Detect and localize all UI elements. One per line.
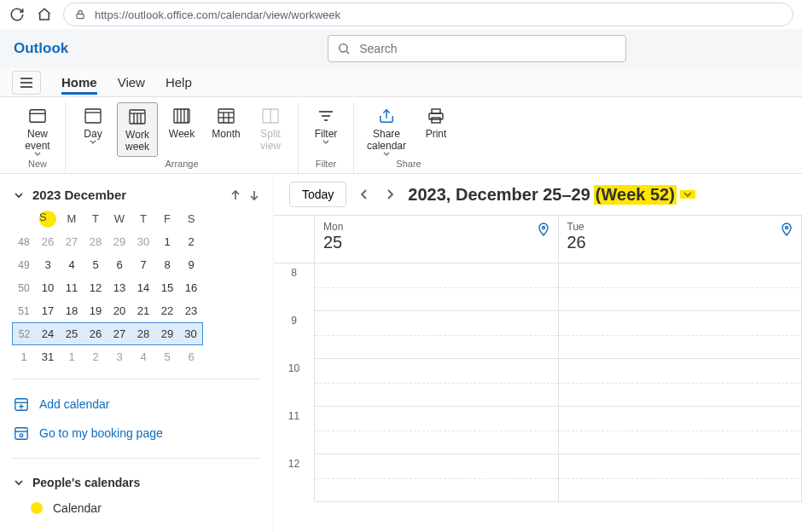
minical-week-number[interactable]: 48 — [12, 230, 36, 253]
calendar-list-item[interactable]: Calendar — [12, 496, 261, 520]
minical-week-number[interactable]: 52 — [12, 322, 36, 345]
minical-day[interactable]: 19 — [84, 299, 108, 322]
minical-day[interactable]: 2 — [84, 345, 108, 368]
chevron-down-icon[interactable] — [14, 191, 24, 200]
new-event-button[interactable]: New event — [17, 102, 58, 157]
tab-home[interactable]: Home — [61, 70, 97, 95]
splitview-button[interactable]: Split view — [250, 102, 291, 157]
minical-day[interactable]: 4 — [60, 253, 84, 276]
time-slot[interactable] — [315, 311, 559, 359]
minical-day[interactable]: 30 — [179, 322, 203, 345]
minical-week-number[interactable]: 1 — [12, 345, 36, 368]
week-button[interactable]: Week — [161, 102, 202, 157]
arrow-down-icon[interactable] — [249, 189, 259, 201]
hamburger-button[interactable] — [12, 71, 41, 95]
time-slot[interactable] — [315, 359, 559, 407]
filter-button[interactable]: Filter — [305, 102, 346, 157]
minical-day[interactable]: 7 — [131, 253, 155, 276]
arrow-up-icon[interactable] — [230, 189, 241, 201]
hour-label: 12 — [274, 454, 315, 502]
minical-day[interactable]: 3 — [36, 253, 60, 276]
minical-day[interactable]: 17 — [36, 299, 60, 322]
minical-day[interactable]: 16 — [179, 276, 203, 299]
minical-day[interactable]: 25 — [60, 322, 84, 345]
time-slot[interactable] — [559, 407, 803, 454]
minical-day[interactable]: 13 — [108, 276, 131, 299]
location-icon[interactable] — [781, 223, 793, 236]
minical-day[interactable]: 27 — [60, 230, 84, 253]
minical-day[interactable]: 24 — [36, 322, 60, 345]
url-text: https://outlook.office.com/calendar/view… — [95, 9, 340, 21]
minical-day[interactable]: 1 — [60, 345, 84, 368]
peoples-calendars-section[interactable]: People's calendars — [12, 469, 261, 496]
tab-view[interactable]: View — [118, 70, 145, 95]
minical-day[interactable]: 2 — [179, 230, 203, 253]
minical-day[interactable]: 15 — [155, 276, 179, 299]
day-button[interactable]: Day — [73, 102, 113, 157]
minical-week-number[interactable]: 50 — [12, 276, 36, 299]
minical-day[interactable]: 31 — [36, 345, 60, 368]
minical-day[interactable]: 30 — [131, 230, 155, 253]
minical-day[interactable]: 9 — [179, 253, 203, 276]
sharecalendar-button[interactable]: Share calendar — [361, 102, 412, 157]
minical-day[interactable]: 18 — [60, 299, 84, 322]
hour-row: 9 — [274, 311, 802, 359]
workweek-button[interactable]: Work week — [117, 102, 158, 157]
home-icon[interactable] — [36, 6, 53, 23]
location-icon[interactable] — [538, 223, 549, 236]
minical-day[interactable]: 12 — [84, 276, 108, 299]
minical-day[interactable]: 1 — [155, 230, 179, 253]
minical-day[interactable]: 3 — [108, 345, 131, 368]
tab-help[interactable]: Help — [166, 70, 192, 95]
minical-day[interactable]: 11 — [60, 276, 84, 299]
minical-day[interactable]: 5 — [155, 345, 179, 368]
minical-day[interactable]: 14 — [131, 276, 155, 299]
minical-week-number[interactable]: 51 — [12, 299, 36, 322]
search-input[interactable] — [357, 41, 617, 56]
minical-day[interactable]: 6 — [108, 253, 131, 276]
minical-day[interactable]: 4 — [131, 345, 155, 368]
minical-day[interactable]: 26 — [36, 230, 60, 253]
brand[interactable]: Outlook — [14, 40, 68, 57]
minical-title[interactable]: 2023 December — [32, 188, 222, 202]
day-header-tue[interactable]: Tue 26 — [559, 216, 803, 263]
minical-day[interactable]: 29 — [155, 322, 179, 345]
minical-day[interactable]: 10 — [36, 276, 60, 299]
minical-week-number[interactable]: 49 — [12, 253, 36, 276]
time-slot[interactable] — [315, 407, 559, 454]
minical-day[interactable]: 29 — [108, 230, 131, 253]
date-range[interactable]: 2023, December 25–29 (Week 52) — [408, 185, 695, 205]
time-slot[interactable] — [315, 263, 559, 311]
url-bar[interactable]: https://outlook.office.com/calendar/view… — [63, 3, 793, 26]
search-box[interactable] — [328, 35, 626, 62]
add-calendar-link[interactable]: Add calendar — [12, 390, 261, 419]
grid-body[interactable]: 89101112 — [274, 263, 802, 532]
minical-day[interactable]: 5 — [84, 253, 108, 276]
chevron-right-icon[interactable] — [386, 188, 394, 200]
minical-day[interactable]: 20 — [108, 299, 131, 322]
mini-calendar[interactable]: SMTWTFS482627282930124934567895010111213… — [12, 207, 261, 368]
minical-day[interactable]: 22 — [155, 299, 179, 322]
time-slot[interactable] — [559, 311, 803, 359]
minical-day[interactable]: 6 — [179, 345, 203, 368]
minical-day[interactable]: 23 — [179, 299, 203, 322]
time-slot[interactable] — [559, 454, 803, 502]
refresh-icon[interactable] — [9, 6, 26, 23]
month-button[interactable]: Month — [206, 102, 247, 157]
time-slot[interactable] — [315, 454, 559, 502]
print-button[interactable]: Print — [416, 102, 456, 157]
minical-day[interactable]: 21 — [131, 299, 155, 322]
svg-rect-5 — [30, 110, 45, 123]
minical-day[interactable]: 28 — [84, 230, 108, 253]
day-header-mon[interactable]: Mon 25 — [315, 216, 559, 263]
minical-day[interactable]: 28 — [131, 322, 155, 345]
minical-day[interactable]: 8 — [155, 253, 179, 276]
today-button[interactable]: Today — [289, 182, 346, 207]
time-slot[interactable] — [559, 359, 803, 407]
minical-day[interactable]: 27 — [108, 322, 131, 345]
time-slot[interactable] — [559, 263, 803, 311]
chevron-left-icon[interactable] — [360, 188, 369, 200]
booking-link[interactable]: Go to my booking page — [12, 419, 261, 448]
workweek-icon — [129, 109, 146, 124]
minical-day[interactable]: 26 — [84, 322, 108, 345]
